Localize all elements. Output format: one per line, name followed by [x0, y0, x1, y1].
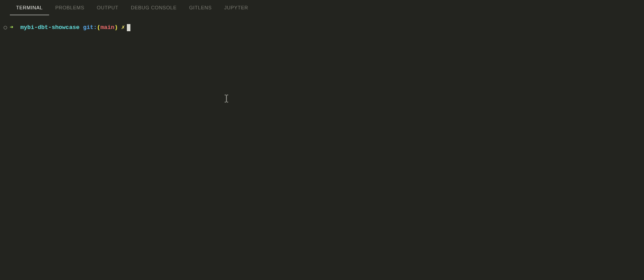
prompt-arrow: ➜ — [10, 23, 13, 32]
text-cursor-icon — [224, 95, 229, 103]
terminal-content[interactable]: ➜ mybi-dbt-showcase git: ( main ) ✗ — [0, 15, 644, 32]
prompt-branch: main — [100, 23, 114, 32]
prompt-paren-open: ( — [97, 23, 100, 32]
tab-terminal[interactable]: TERMINAL — [10, 0, 49, 15]
circle-icon — [4, 26, 7, 29]
prompt-git-label: git: — [83, 23, 97, 32]
terminal-cursor — [127, 24, 130, 31]
prompt-paren-close: ) — [114, 23, 118, 32]
tab-output[interactable]: OUTPUT — [91, 0, 125, 15]
prompt-dirty-indicator: ✗ — [121, 23, 125, 32]
prompt-directory: mybi-dbt-showcase — [20, 23, 79, 32]
tab-jupyter[interactable]: JUPYTER — [218, 0, 255, 15]
tab-problems[interactable]: PROBLEMS — [49, 0, 91, 15]
panel-tabs: TERMINAL PROBLEMS OUTPUT DEBUG CONSOLE G… — [0, 0, 644, 15]
prompt-line: ➜ mybi-dbt-showcase git: ( main ) ✗ — [4, 23, 644, 32]
tab-gitlens[interactable]: GITLENS — [183, 0, 218, 15]
tab-debug-console[interactable]: DEBUG CONSOLE — [125, 0, 183, 15]
